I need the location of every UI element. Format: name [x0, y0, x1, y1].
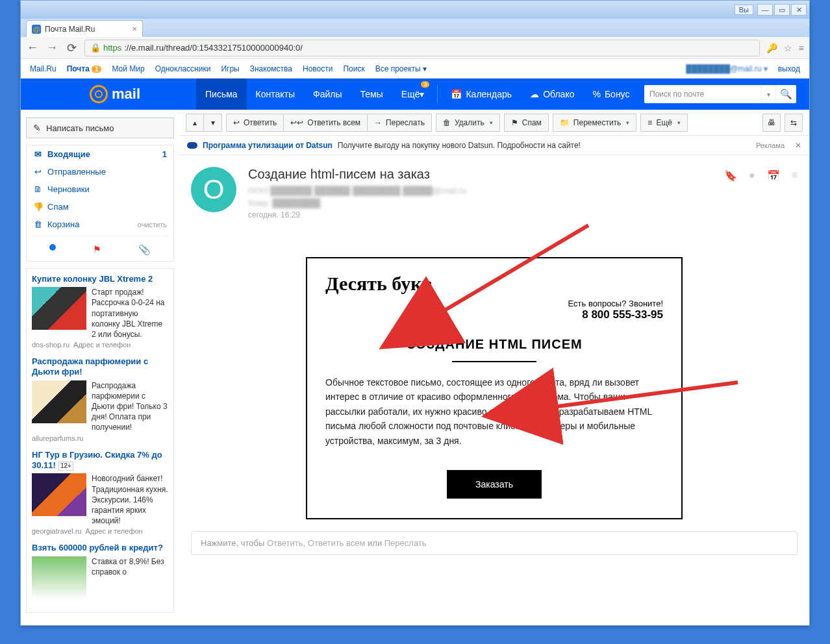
ad-store: georgiatravel.ruАдрес и телефон	[32, 527, 168, 535]
sidebar: ✎ Написать письмо ✉ Входящие 1 ↩ Отправл…	[21, 110, 179, 625]
inbox-icon: ✉	[33, 149, 42, 159]
topbar-link-mailru[interactable]: Mail.Ru	[30, 64, 57, 73]
bonus-icon: %	[592, 89, 600, 99]
more-button[interactable]: ≡Ещё▾	[640, 114, 688, 132]
reply-button[interactable]: ↩Ответить	[226, 114, 284, 132]
flag-icon: ⚑	[511, 118, 518, 127]
move-button[interactable]: 📁Переместить▾	[553, 114, 637, 132]
adstrip-link[interactable]: Программа утилизации от Datsun	[203, 141, 333, 150]
folder-spam[interactable]: 👎 Спам	[27, 198, 173, 216]
main-pane: ▴ ▾ ↩Ответить ↩↩Ответить всем →Переслать…	[179, 110, 809, 625]
calendar-icon: 📅	[451, 89, 462, 99]
topbar-link-news[interactable]: Новости	[303, 64, 333, 73]
ad-text: Новогодний банкет! Традиционная кухня. Э…	[92, 473, 168, 526]
robot-icon[interactable]: 🔑	[766, 43, 777, 53]
prev-button[interactable]: ▴	[186, 114, 204, 132]
topbar-link-dating[interactable]: Знакомства	[250, 64, 292, 73]
folder-label: Спам	[47, 202, 69, 212]
translate-button[interactable]: ⇆	[785, 114, 803, 132]
search-dropdown[interactable]: ▾	[761, 85, 775, 103]
nav-letters[interactable]: Письма	[196, 79, 247, 110]
nav-themes[interactable]: Темы	[351, 79, 392, 110]
compose-button[interactable]: ✎ Написать письмо	[26, 118, 174, 138]
topbar-link-search[interactable]: Поиск	[343, 64, 364, 73]
reply-all-button[interactable]: ↩↩Ответить всем	[284, 114, 368, 132]
nav-reload-icon[interactable]: ⟳	[65, 41, 78, 55]
folder-trash[interactable]: 🗑 Корзина очистить	[27, 216, 173, 233]
tab-close-icon[interactable]: ×	[132, 24, 137, 34]
flag-filter-icon[interactable]: ⚑	[93, 244, 101, 256]
search-input[interactable]: Поиск по почте	[644, 85, 761, 103]
order-button[interactable]: Заказать	[447, 470, 542, 499]
omnibox[interactable]: 🔒 https://e.mail.ru/thread/0:15433217510…	[84, 40, 760, 56]
nav-cloud[interactable]: ☁Облако	[521, 79, 583, 110]
avatar: О	[191, 167, 236, 212]
pencil-icon: ✎	[33, 123, 41, 133]
email-phone: 8 800 555-33-95	[582, 308, 663, 321]
trash-clear[interactable]: очистить	[138, 221, 167, 229]
menu-icon[interactable]: ≡	[799, 43, 804, 53]
calendar-icon[interactable]: 📅	[767, 169, 780, 182]
message-toolbar: ▴ ▾ ↩Ответить ↩↩Ответить всем →Переслать…	[179, 110, 809, 136]
folder-label: Черновики	[47, 184, 90, 194]
ad-title[interactable]: Купите колонку JBL Xtreme 2	[32, 274, 168, 284]
ad-store: dns-shop.ruАдрес и телефон	[32, 341, 168, 349]
attach-filter-icon[interactable]: 📎	[138, 244, 151, 256]
folder-drafts[interactable]: 🗎 Черновики	[27, 180, 173, 198]
forward-button[interactable]: →Переслать	[368, 114, 432, 132]
tab-title: Почта Mail.Ru	[45, 25, 95, 34]
topbar-link-moimir[interactable]: Мой Мир	[112, 64, 144, 73]
nav-calendar[interactable]: 📅Календарь	[442, 79, 521, 110]
nav-bonus[interactable]: %Бонус	[583, 79, 638, 110]
window-close[interactable]: ✕	[791, 4, 807, 16]
adstrip-close-icon[interactable]: ✕	[795, 141, 801, 150]
unread-filter-icon[interactable]	[49, 244, 56, 251]
topbar-link-ok[interactable]: Одноклассники	[155, 64, 211, 73]
topbar-link-mail[interactable]: Почта1	[67, 64, 102, 73]
ad-title[interactable]: Распродажа парфюмерии с Дьюти фри!	[32, 356, 168, 378]
dot-icon[interactable]: ●	[749, 169, 755, 181]
ad-title[interactable]: НГ Тур в Грузию. Скидка 7% до 30.11!12+	[32, 450, 168, 471]
folder-inbox[interactable]: ✉ Входящие 1	[27, 145, 173, 163]
ad-block[interactable]: Купите колонку JBL Xtreme 2 Старт продаж…	[32, 274, 168, 349]
message-header: О Создание html-писем на заказ ООО █████…	[191, 155, 798, 231]
delete-button[interactable]: 🗑Удалить▾	[436, 114, 500, 132]
email-body: Десять букв Есть вопросы? Звоните! 8 800…	[306, 257, 683, 519]
nav-more[interactable]: Ещё ▾3	[392, 79, 434, 110]
window-maximize[interactable]: ▭	[774, 4, 790, 16]
search-button[interactable]: 🔍	[775, 85, 796, 103]
next-button[interactable]: ▾	[204, 114, 222, 132]
ad-block[interactable]: НГ Тур в Грузию. Скидка 7% до 30.11!12+ …	[32, 450, 168, 536]
logout-link[interactable]: выход	[778, 64, 800, 73]
topbar-link-allprojects[interactable]: Все проекты ▾	[375, 64, 427, 73]
nav-forward-icon[interactable]: →	[45, 41, 58, 55]
qr-reply-all[interactable]: Ответить всем	[308, 538, 366, 548]
qr-reply[interactable]: Ответить	[267, 538, 303, 548]
nav-back-icon[interactable]: ←	[26, 41, 39, 55]
nav-files[interactable]: Файлы	[304, 79, 351, 110]
window-minimize[interactable]: —	[757, 4, 773, 16]
ad-block[interactable]: Распродажа парфюмерии с Дьюти фри! Распр…	[32, 356, 168, 441]
browser-tabstrip: @ Почта Mail.Ru ×	[21, 19, 809, 37]
user-email[interactable]: ████████@mail.ru ▾	[686, 64, 768, 73]
list-icon[interactable]: ≡	[792, 169, 798, 181]
topbar-link-games[interactable]: Игры	[221, 64, 239, 73]
star-icon[interactable]: ☆	[784, 43, 792, 53]
print-button[interactable]: 🖶	[762, 114, 781, 132]
ad-block[interactable]: Взять 600000 рублей в кредит? Ставка от …	[32, 543, 168, 599]
mail-logo[interactable]: mail	[21, 79, 196, 110]
bookmark-icon[interactable]: 🔖	[724, 169, 737, 182]
menu-icon: ≡	[648, 118, 652, 127]
quick-reply[interactable]: Нажмите, чтобы Ответить, Ответить всем и…	[191, 531, 798, 555]
logo-text: mail	[112, 86, 140, 103]
nav-contacts[interactable]: Контакты	[247, 79, 304, 110]
spam-icon: 👎	[33, 202, 42, 212]
browser-tab[interactable]: @ Почта Mail.Ru ×	[26, 20, 143, 37]
compose-label: Написать письмо	[46, 123, 114, 133]
folder-sent[interactable]: ↩ Отправленные	[27, 163, 173, 180]
trash-icon: 🗑	[443, 118, 451, 127]
ad-thumb	[32, 287, 86, 330]
ad-title[interactable]: Взять 600000 рублей в кредит?	[32, 543, 168, 553]
spam-button[interactable]: ⚑Спам	[504, 114, 549, 132]
qr-forward[interactable]: Переслать	[384, 538, 427, 548]
